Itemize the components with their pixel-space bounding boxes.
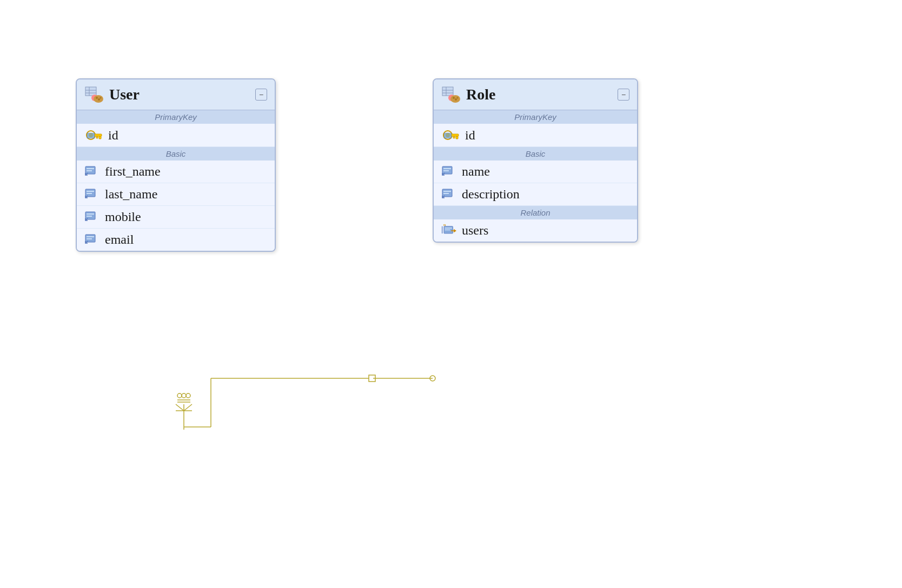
svg-rect-42 — [87, 238, 92, 239]
svg-rect-35 — [87, 191, 94, 192]
field-icon-first-name — [84, 165, 100, 178]
svg-rect-33 — [87, 170, 92, 171]
svg-rect-54 — [451, 134, 459, 136]
svg-rect-27 — [94, 134, 102, 136]
svg-point-49 — [453, 97, 455, 99]
user-field-first-name-label: first_name — [105, 164, 161, 179]
role-field-description[interactable]: description — [434, 183, 637, 206]
svg-point-15 — [186, 393, 190, 398]
role-table-icon — [441, 85, 461, 104]
role-primarykey-header: PrimaryKey — [434, 110, 637, 124]
role-entity-header: Role − — [434, 79, 637, 110]
svg-rect-28 — [99, 136, 101, 139]
role-entity[interactable]: Role − PrimaryKey id Basic — [433, 78, 638, 243]
role-field-id-label: id — [465, 128, 475, 143]
user-entity[interactable]: User − PrimaryKey id Basic — [76, 78, 276, 252]
user-entity-header: User − — [77, 79, 275, 110]
svg-rect-55 — [456, 136, 458, 139]
svg-rect-2 — [369, 375, 375, 382]
svg-rect-66 — [445, 228, 452, 229]
role-key-icon — [441, 128, 460, 143]
svg-point-50 — [455, 98, 457, 101]
svg-rect-57 — [444, 133, 452, 138]
canvas: User − PrimaryKey id Basic — [0, 0, 902, 588]
svg-rect-43 — [442, 87, 453, 96]
role-field-icon-description — [441, 188, 456, 201]
user-basic-header: Basic — [77, 147, 275, 161]
field-icon-email — [84, 233, 100, 246]
user-field-email-label: email — [105, 232, 134, 247]
svg-text:N: N — [443, 224, 446, 226]
user-field-first-name[interactable]: first_name — [77, 161, 275, 183]
role-field-users[interactable]: N users — [434, 219, 637, 242]
svg-point-51 — [457, 97, 459, 99]
svg-rect-29 — [96, 136, 98, 138]
role-field-icon-name — [441, 165, 456, 178]
svg-line-10 — [184, 404, 192, 411]
user-field-id[interactable]: id — [77, 124, 275, 147]
field-icon-last-name — [84, 188, 100, 201]
svg-point-22 — [96, 97, 98, 99]
svg-rect-63 — [443, 193, 449, 194]
svg-rect-60 — [443, 170, 449, 171]
user-field-last-name[interactable]: last_name — [77, 183, 275, 206]
svg-point-14 — [182, 393, 186, 398]
role-entity-title: Role — [466, 86, 612, 103]
svg-rect-62 — [443, 191, 451, 192]
svg-point-1 — [430, 376, 435, 381]
svg-rect-41 — [87, 236, 94, 237]
user-field-mobile[interactable]: mobile — [77, 206, 275, 229]
key-icon — [84, 128, 103, 143]
role-field-id[interactable]: id — [434, 124, 637, 147]
role-field-users-label: users — [462, 223, 488, 238]
user-primarykey-header: PrimaryKey — [77, 110, 275, 124]
svg-rect-39 — [87, 216, 92, 217]
role-basic-header: Basic — [434, 147, 637, 161]
svg-marker-69 — [454, 229, 456, 232]
user-minimize-button[interactable]: − — [255, 89, 267, 101]
field-icon-mobile — [84, 211, 100, 224]
svg-line-8 — [176, 404, 184, 411]
svg-rect-59 — [443, 168, 451, 169]
svg-rect-32 — [87, 168, 94, 169]
role-relation-header: Relation — [434, 206, 637, 219]
role-minimize-button[interactable]: − — [618, 89, 629, 101]
svg-rect-67 — [445, 229, 450, 230]
svg-point-13 — [177, 393, 182, 398]
user-field-mobile-label: mobile — [105, 210, 141, 224]
user-entity-title: User — [109, 86, 250, 103]
role-field-icon-users: N — [441, 224, 456, 237]
user-field-email[interactable]: email — [77, 229, 275, 251]
user-field-last-name-label: last_name — [105, 187, 157, 202]
svg-rect-30 — [87, 133, 95, 138]
role-field-name[interactable]: name — [434, 161, 637, 183]
user-table-icon — [84, 85, 104, 104]
user-field-id-label: id — [108, 128, 118, 143]
svg-point-23 — [98, 98, 100, 101]
svg-rect-36 — [87, 193, 92, 194]
svg-rect-16 — [85, 87, 96, 96]
role-field-name-label: name — [462, 164, 490, 179]
svg-rect-56 — [453, 136, 455, 138]
svg-point-24 — [100, 97, 102, 99]
svg-rect-38 — [87, 213, 94, 215]
role-field-description-label: description — [462, 187, 520, 202]
